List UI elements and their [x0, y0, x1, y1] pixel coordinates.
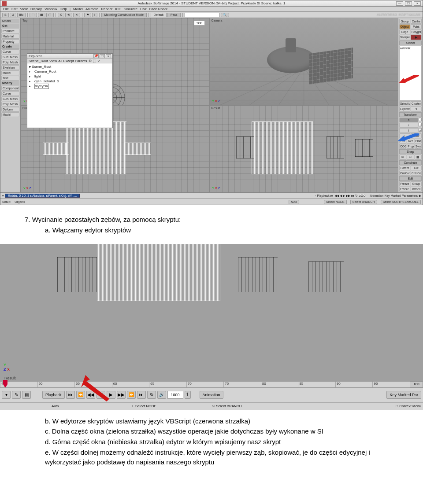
rp-cnscomp[interactable]: CnsComp — [399, 171, 410, 176]
tl-first[interactable]: ⏮ — [330, 194, 334, 197]
sb-subtree[interactable]: Select SUBTREE/MODEL — [381, 200, 421, 204]
tl-btn[interactable]: ◦ — [315, 194, 316, 197]
menu-facerobot[interactable]: Face Robot — [149, 7, 167, 11]
rp-snap-btn[interactable]: ▦ — [415, 155, 422, 160]
branch-label[interactable]: Select BRANCH — [216, 404, 241, 408]
tl-audio-icon[interactable]: 🔊 — [157, 391, 166, 399]
timeline-ruler[interactable]: 45 50 55 60 65 70 75 80 85 90 95 100 — [0, 381, 423, 387]
rp-num[interactable]: 1 — [419, 123, 422, 126]
left-btn[interactable]: Material — [1, 34, 19, 39]
rp-snap-btn[interactable]: ⊞ — [399, 155, 406, 160]
menu-help[interactable]: Help — [60, 7, 67, 11]
tl-btn[interactable]: ▾ — [2, 194, 4, 198]
toolbar-btn-i[interactable]: ⅰ — [92, 13, 97, 17]
animation-label[interactable]: Animation — [200, 391, 223, 399]
ex-btn[interactable]: ? — [98, 59, 100, 63]
viewport-result[interactable]: Result Y X Z — [210, 106, 398, 193]
left-btn[interactable]: Skeleton — [1, 65, 19, 70]
rp-sample[interactable]: Sample — [399, 35, 410, 40]
menu-model[interactable]: Model — [73, 7, 83, 11]
rp-chldcomp[interactable]: ChldComp — [411, 171, 422, 176]
rp-snap-btn[interactable]: ⊡ — [407, 155, 414, 160]
left-btn[interactable]: Curve — [1, 49, 19, 54]
rp-filter[interactable]: ▾ — [411, 107, 422, 112]
rp-selection-name[interactable]: wytrynik — [399, 46, 422, 101]
tree-node-selected[interactable]: wytrynik — [29, 84, 111, 89]
node-label[interactable]: Select NODE — [135, 404, 156, 408]
auto-label[interactable]: Auto — [52, 404, 59, 408]
left-btn[interactable]: Poly. Mesh — [1, 60, 19, 65]
tl-play[interactable]: ▶ — [343, 194, 345, 198]
rp-clusters[interactable]: Clusters — [411, 101, 422, 106]
tl-kmp[interactable]: Key Marked Parameters — [385, 194, 418, 197]
left-btn[interactable]: Model — [1, 112, 19, 117]
menu-view[interactable]: View — [20, 7, 28, 11]
tl-animation[interactable]: Animation — [370, 194, 383, 197]
rp-edge[interactable]: Edge — [399, 29, 410, 34]
console-icon[interactable]: ▤ — [22, 391, 31, 399]
explorer-close[interactable]: × — [106, 54, 111, 58]
left-btn[interactable]: Property — [1, 39, 19, 44]
left-btn[interactable]: Deform — [1, 107, 19, 112]
rp-polygon[interactable]: Polygon — [411, 29, 422, 34]
rp-explore[interactable]: Explore — [399, 107, 410, 112]
ruler-end[interactable]: 100 — [410, 382, 423, 387]
ex-btn[interactable]: ⬚ — [93, 59, 96, 63]
rp-sym[interactable]: Sym — [415, 144, 422, 149]
construction-mode-dropdown[interactable]: Modeling Construction Mode — [101, 13, 147, 17]
viewport-camera[interactable]: Camera Y X Z — [210, 18, 398, 105]
sb-branch[interactable]: Select BRANCH — [350, 200, 377, 204]
rp-freeze[interactable]: Freeze — [399, 181, 410, 186]
left-btn[interactable]: Poly. Mesh — [1, 102, 19, 107]
rp-s[interactable]: s — [399, 118, 418, 122]
menu-hair[interactable]: Hair — [140, 7, 147, 11]
menu-simulate[interactable]: Simulate — [124, 7, 137, 11]
rp-freezem[interactable]: Freeze M — [399, 187, 410, 191]
left-btn[interactable]: Curve — [1, 91, 19, 96]
frame-field[interactable]: 1000 — [167, 391, 183, 399]
tl-key[interactable]: ◆ — [419, 194, 421, 198]
rp-flag[interactable]: ▶ — [411, 35, 422, 40]
tl-back[interactable]: ◀ — [340, 194, 342, 198]
ex-btn[interactable]: ⚙ — [89, 59, 92, 63]
rp-r[interactable]: r — [399, 123, 418, 128]
rp-group[interactable]: Group — [399, 19, 410, 24]
rp-parent[interactable]: Parent — [399, 166, 410, 170]
ctx-label[interactable]: Context Menu — [399, 404, 421, 408]
toolbar-btn-s[interactable]: S — [2, 13, 9, 17]
menu-window[interactable]: Window — [45, 7, 57, 11]
close-button[interactable]: × — [414, 1, 421, 6]
toolbar-btn-x[interactable]: ✕ — [73, 13, 80, 17]
toolbar-btn-u[interactable]: U — [10, 13, 16, 17]
rp-num[interactable]: 1 — [419, 118, 422, 121]
menu-ice[interactable]: ICE — [115, 7, 121, 11]
rp-cog[interactable]: COG — [399, 144, 406, 149]
tl-last[interactable]: ⏭ — [351, 194, 354, 197]
tl-last[interactable]: ⏭ — [137, 391, 146, 399]
explorer-pin[interactable]: 📌 — [93, 54, 99, 58]
playback-label[interactable]: Playback — [42, 391, 65, 399]
toolbar-btn[interactable]: ⚑ — [84, 13, 91, 17]
rp-centre[interactable]: Centre — [411, 19, 422, 24]
left-btn[interactable]: Text — [1, 76, 19, 81]
tree-node[interactable]: cylin_zebatel_3 — [29, 79, 111, 84]
explorer-window[interactable]: Explorer 📌 □ × Scene_Root View All Excep… — [27, 53, 113, 128]
btn-default[interactable]: Default — [151, 13, 167, 17]
rp-selection[interactable]: Selection — [399, 101, 410, 106]
left-btn[interactable]: Component — [1, 86, 19, 91]
rp-immed[interactable]: Immed — [411, 187, 422, 191]
rp-cut[interactable]: Cut — [411, 166, 422, 170]
rp-t[interactable]: t — [399, 128, 418, 133]
btn-pass[interactable]: Pass — [167, 13, 181, 17]
rp-point[interactable]: Point — [411, 24, 422, 29]
toolbar-btn-ilfo[interactable]: Ilfo — [17, 13, 26, 17]
toolbar-btn[interactable]: ◫ — [46, 13, 54, 17]
playback-label[interactable]: Playback — [317, 194, 329, 197]
left-tab-model[interactable]: Model — [1, 19, 19, 23]
rp-group2[interactable]: Group — [411, 181, 422, 186]
left-btn[interactable]: Surf. Mesh — [1, 55, 19, 59]
tl-fwd[interactable]: ▶▶ — [346, 194, 350, 198]
search-icon[interactable]: 🔍 — [221, 13, 229, 17]
ex-scope[interactable]: Scene_Root — [29, 59, 48, 63]
menu-display[interactable]: Display — [30, 7, 42, 11]
